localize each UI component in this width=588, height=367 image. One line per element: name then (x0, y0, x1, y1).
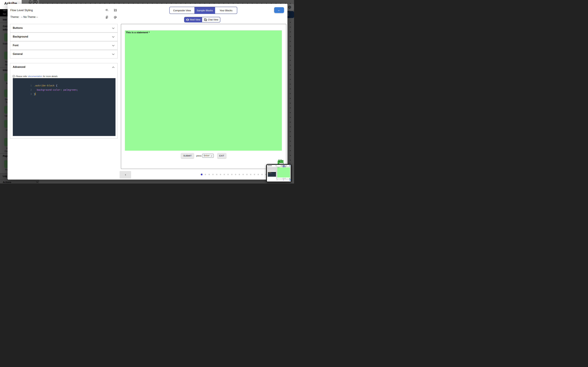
info-text-suffix: for more details (43, 75, 58, 77)
pip-mini-title (268, 166, 272, 166)
flow-level-styling-dialog: Flow Level Styling Theme: -- No Theme -- (8, 4, 287, 180)
info-icon: i (12, 75, 15, 77)
pagination-dot[interactable] (212, 174, 214, 175)
pip-mini-icon (276, 166, 277, 166)
pagination-dot[interactable] (250, 174, 251, 175)
pip-mini-preview[interactable] (266, 164, 292, 182)
pip-mini-advanced (268, 171, 276, 177)
block-preview-panel: This is a statement * SUBMIT press Enter… (121, 24, 286, 169)
save-button[interactable] (112, 7, 118, 13)
accordion-label[interactable]: Advanced (13, 66, 25, 68)
toggle-reel-view[interactable]: Reel View (184, 17, 202, 22)
accordion-label: General (13, 53, 23, 56)
palette-icon (113, 16, 117, 19)
theme-value[interactable]: -- No Theme -- (21, 16, 38, 18)
pip-mini-accordion (268, 167, 276, 168)
accordion-label: Buttons (13, 26, 23, 30)
theme-row: Theme: -- No Theme -- (10, 16, 38, 18)
undo-all-icon (105, 8, 109, 12)
toggle-label: Chat View (208, 18, 218, 21)
pip-mini-accordion (268, 169, 276, 169)
pagination-dot[interactable] (224, 174, 225, 175)
tab-your-blocks[interactable]: Your Blocks (215, 7, 237, 14)
pagination-dot[interactable] (254, 174, 255, 175)
view-mode-toggle: Reel View Chat View (184, 17, 220, 22)
pagination-dot[interactable] (231, 174, 233, 175)
pip-mini-accordion (268, 168, 276, 169)
statement-block-preview[interactable]: This is a statement * (125, 30, 282, 150)
pagination-dot[interactable] (208, 174, 210, 175)
theme-palette-button[interactable] (112, 15, 118, 20)
accordion-general[interactable]: General (10, 50, 118, 58)
chat-view-icon (204, 18, 207, 21)
chevron-down-icon (112, 54, 114, 55)
pagination-dot[interactable] (246, 174, 248, 175)
pip-mini-back-button (289, 165, 290, 166)
theme-label: Theme: (10, 16, 19, 18)
tab-sample-blocks[interactable]: Sample Blocks (194, 7, 215, 14)
pagination-dot[interactable] (242, 174, 244, 175)
press-hint: press (196, 155, 201, 157)
advanced-info-note: i Please refer documentation for more de… (12, 75, 58, 77)
back-button[interactable]: ← (274, 7, 284, 13)
pagination-dot[interactable] (235, 174, 236, 175)
undo-all-button[interactable] (104, 7, 110, 13)
exit-button[interactable]: EXIT (217, 153, 226, 158)
tab-composite-view[interactable]: Composite View (170, 7, 194, 14)
copy-icon (105, 15, 109, 19)
preview-action-row: SUBMIT press Enter ↵ EXIT (121, 153, 286, 158)
prev-block-button[interactable] (120, 171, 131, 179)
css-code-editor[interactable]: 1.askribe-block { 2 background-color: pa… (13, 78, 115, 136)
accordion-buttons[interactable]: Buttons (10, 24, 118, 33)
pagination-dot[interactable] (258, 174, 259, 175)
pip-mini-dots (283, 180, 289, 180)
pagination-dot[interactable] (227, 174, 229, 175)
statement-text: This is a statement * (126, 31, 150, 34)
pagination-dot[interactable] (261, 174, 263, 175)
pagination-dot[interactable] (220, 174, 221, 175)
back-arrow-icon: ← (277, 8, 281, 12)
chevron-down-icon (112, 27, 114, 29)
pagination-dot[interactable] (239, 174, 240, 175)
reel-view-icon (186, 18, 189, 21)
info-text-prefix: Please refer (16, 75, 27, 77)
toggle-label: Reel View (190, 18, 200, 21)
accordion-font[interactable]: Font (10, 41, 118, 50)
toggle-chat-view[interactable]: Chat View (202, 17, 220, 22)
save-icon (113, 8, 117, 12)
chevron-up-icon[interactable] (112, 67, 114, 68)
pagination-dot-active[interactable] (201, 174, 202, 175)
copy-theme-button[interactable] (104, 15, 110, 20)
accordion-advanced: Advanced i Please refer documentation fo… (10, 63, 118, 138)
pip-mini-tabs (281, 165, 287, 166)
accordion-background[interactable]: Background (10, 33, 118, 41)
accordion-label: Font (13, 44, 18, 47)
pip-mini-active-dot (283, 180, 284, 180)
pagination-dot[interactable] (216, 174, 217, 175)
pip-mini-edge (291, 165, 291, 182)
dialog-title: Flow Level Styling (10, 9, 33, 12)
block-pagination-dots (201, 173, 274, 176)
enter-key-chip: Enter ↵ (202, 154, 214, 158)
chevron-down-icon (112, 45, 114, 46)
submit-button[interactable]: SUBMIT (181, 153, 194, 158)
chevron-down-icon (112, 36, 114, 38)
pagination-dot[interactable] (205, 174, 206, 175)
pip-mini-preview-panel (277, 167, 290, 179)
view-tabs-group: Composite View Sample Blocks Your Blocks (169, 7, 237, 14)
screen: nev her Inte Conv Infor State Se Sti Int… (0, 0, 294, 184)
pip-mini-icon (276, 166, 276, 166)
pip-mini-accordion (268, 170, 276, 170)
text-cursor (35, 92, 36, 95)
pip-mini-prev (277, 180, 277, 180)
accordion-label: Background (13, 35, 28, 38)
chevron-left-icon (124, 174, 126, 176)
documentation-link[interactable]: documentation (28, 75, 42, 77)
code-line: 1.askribe-block { (13, 79, 115, 84)
pip-mini-screenshot (267, 165, 291, 182)
